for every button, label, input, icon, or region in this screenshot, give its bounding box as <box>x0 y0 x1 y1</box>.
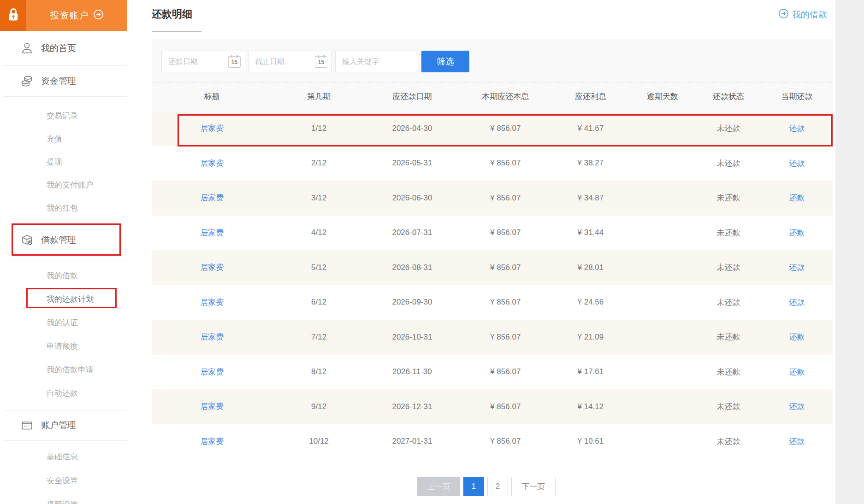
repay-action-link[interactable]: 还款 <box>789 437 805 446</box>
calendar-icon[interactable]: 15 <box>315 56 327 68</box>
row-period: 4/12 <box>272 228 365 237</box>
row-due-date: 2026-10-31 <box>366 333 459 342</box>
pagination-prev-button[interactable]: 上一页 <box>417 477 460 496</box>
sidebar-section-account-label: 账户管理 <box>41 419 76 431</box>
row-title-link[interactable]: 居家费 <box>200 229 224 237</box>
invest-account-label: 投资账户 <box>50 9 89 22</box>
user-icon <box>20 41 34 55</box>
sidebar-section-loan[interactable]: 借款管理 <box>4 221 127 259</box>
filter-button[interactable]: 筛选 <box>421 51 469 72</box>
repayment-table-body: 居家费 1/12 2026-04-30 ¥ 856.07 ¥ 41.67 未还款… <box>152 111 833 459</box>
pagination-page-2[interactable]: 2 <box>487 477 508 496</box>
row-period: 8/12 <box>272 367 365 376</box>
sidebar-item-my-certification[interactable]: 我的认证 <box>4 311 127 334</box>
row-due-date: 2026-05-31 <box>366 158 459 168</box>
row-interest: ¥ 10.61 <box>552 437 629 446</box>
row-principal-interest: ¥ 856.07 <box>459 333 552 342</box>
sidebar-item-reminder-settings[interactable]: 提醒设置 <box>4 492 127 504</box>
end-date-field: 15 <box>248 51 332 72</box>
sidebar-item-red-packet[interactable]: 我的红包 <box>4 196 127 219</box>
sidebar-item-loan-application[interactable]: 我的借款申请 <box>4 358 127 381</box>
row-period: 9/12 <box>272 402 365 411</box>
col-header-action: 当期还款 <box>761 91 833 102</box>
sidebar-item-apply-quota[interactable]: 申请额度 <box>4 334 127 358</box>
table-header-row: 标题 第几期 应还款日期 本期应还本息 应还利息 逾期天数 还款状态 当期还款 <box>152 82 833 111</box>
sidebar-section-account[interactable]: 账户管理 <box>4 410 127 441</box>
row-title-link[interactable]: 居家费 <box>200 124 224 133</box>
sidebar-item-payment-account[interactable]: 我的支付账户 <box>4 173 127 196</box>
row-period: 3/12 <box>272 193 365 203</box>
repay-action-link[interactable]: 还款 <box>789 159 805 168</box>
keyword-input[interactable] <box>336 51 417 72</box>
row-due-date: 2026-04-30 <box>366 124 459 133</box>
sidebar-item-transactions[interactable]: 交易记录 <box>4 104 127 127</box>
row-due-date: 2026-08-31 <box>366 263 459 272</box>
sidebar-item-home[interactable]: 我的首页 <box>4 31 127 66</box>
sidebar-item-recharge[interactable]: 充值 <box>4 127 127 150</box>
row-principal-interest: ¥ 856.07 <box>459 124 552 133</box>
row-status: 未还款 <box>696 123 761 134</box>
row-principal-interest: ¥ 856.07 <box>459 298 552 307</box>
pagination-next-button[interactable]: 下一页 <box>511 477 556 496</box>
arrow-circle-icon <box>778 8 789 21</box>
row-period: 7/12 <box>272 333 365 342</box>
row-title-link[interactable]: 居家费 <box>200 333 224 341</box>
row-title-link[interactable]: 居家费 <box>200 368 224 376</box>
row-title-link[interactable]: 居家费 <box>200 159 224 168</box>
sidebar-item-my-loans[interactable]: 我的借款 <box>4 264 127 287</box>
table-row: 居家费 2/12 2026-05-31 ¥ 856.07 ¥ 38.27 未还款… <box>152 146 833 181</box>
row-title-link[interactable]: 居家费 <box>200 298 224 307</box>
repay-action-link[interactable]: 还款 <box>789 263 805 272</box>
row-due-date: 2026-06-30 <box>366 193 459 203</box>
col-header-title: 标题 <box>152 91 272 102</box>
row-period: 6/12 <box>272 298 365 307</box>
row-title-link[interactable]: 居家费 <box>200 263 224 272</box>
table-row: 居家费 9/12 2026-12-31 ¥ 856.07 ¥ 14.12 未还款… <box>152 389 833 424</box>
row-status: 未还款 <box>696 262 761 273</box>
row-period: 5/12 <box>272 263 365 272</box>
row-title-link[interactable]: 居家费 <box>200 437 224 446</box>
row-principal-interest: ¥ 856.07 <box>459 437 552 446</box>
title-border <box>152 32 833 32</box>
row-status: 未还款 <box>696 193 761 203</box>
repay-action-link[interactable]: 还款 <box>789 124 805 133</box>
row-status: 未还款 <box>696 436 761 447</box>
coins-icon <box>20 75 34 88</box>
repay-action-link[interactable]: 还款 <box>789 193 805 202</box>
row-period: 2/12 <box>272 158 365 168</box>
repay-action-link[interactable]: 还款 <box>789 298 805 307</box>
row-interest: ¥ 14.12 <box>552 402 629 411</box>
row-title-link[interactable]: 居家费 <box>200 193 224 202</box>
page-title: 还款明细 <box>152 7 192 21</box>
invest-account-button[interactable]: 投资账户 <box>0 0 127 31</box>
arrow-circle-icon <box>93 9 104 22</box>
row-status: 未还款 <box>696 401 761 412</box>
repay-action-link[interactable]: 还款 <box>789 229 805 237</box>
row-due-date: 2026-09-30 <box>366 298 459 307</box>
pagination-page-1[interactable]: 1 <box>463 477 484 496</box>
repay-action-link[interactable]: 还款 <box>789 368 805 376</box>
calendar-icon[interactable]: 15 <box>228 56 241 68</box>
row-due-date: 2027-01-31 <box>366 437 459 446</box>
sidebar-item-repayment-plan[interactable]: 我的还款计划 <box>4 287 127 311</box>
sidebar-section-funds[interactable]: 资金管理 <box>4 66 127 97</box>
cube-clock-icon <box>20 233 34 246</box>
col-header-period: 第几期 <box>272 91 365 102</box>
repay-action-link[interactable]: 还款 <box>789 333 805 341</box>
repay-action-link[interactable]: 还款 <box>789 402 805 411</box>
table-row: 居家费 5/12 2026-08-31 ¥ 856.07 ¥ 28.01 未还款… <box>152 250 833 285</box>
my-loans-link[interactable]: 我的借款 <box>778 8 827 21</box>
lock-icon <box>6 6 20 25</box>
card-icon <box>20 419 34 432</box>
sidebar-item-auto-repayment[interactable]: 自动还款 <box>4 381 127 405</box>
sidebar-item-security-settings[interactable]: 安全设置 <box>4 469 127 492</box>
sidebar-item-basic-info[interactable]: 基础信息 <box>4 445 127 469</box>
table-row: 居家费 10/12 2027-01-31 ¥ 856.07 ¥ 10.61 未还… <box>152 424 833 459</box>
sidebar-item-withdraw[interactable]: 提现 <box>4 150 127 173</box>
row-title-link[interactable]: 居家费 <box>200 402 224 411</box>
table-row: 居家费 7/12 2026-10-31 ¥ 856.07 ¥ 21.09 未还款… <box>152 320 833 355</box>
row-interest: ¥ 38.27 <box>552 158 629 168</box>
row-due-date: 2026-07-31 <box>366 228 459 237</box>
row-status: 未还款 <box>696 297 761 308</box>
row-interest: ¥ 24.56 <box>552 298 629 307</box>
